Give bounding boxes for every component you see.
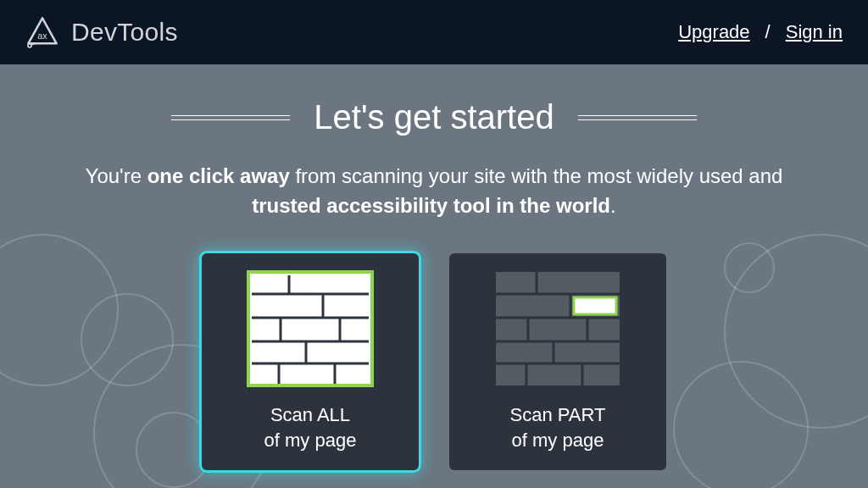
card-label-line: Scan ALL [270,404,350,425]
axe-logo-icon: ax [25,15,59,49]
page-subtitle: You're one click away from scanning your… [70,162,798,221]
card-label-line: Scan PART [510,404,606,425]
scan-all-label: Scan ALL of my page [264,402,357,452]
scan-all-card[interactable]: Scan ALL of my page [202,253,419,470]
svg-point-1 [28,44,31,47]
welcome-content: Let's get started You're one click away … [0,64,868,470]
subtitle-segment: . [610,194,616,217]
subtitle-bold: trusted accessibility tool in the world [252,194,610,217]
scan-all-icon [247,270,374,387]
svg-rect-15 [496,272,620,385]
title-rule-right [578,115,697,120]
brand-name: DevTools [71,18,178,47]
scan-part-card[interactable]: Scan PART of my page [449,253,666,470]
main-area: Let's get started You're one click away … [0,64,868,488]
subtitle-segment: from scanning your site with the most wi… [290,164,783,187]
title-row: Let's get started [0,98,868,136]
brand-logo: ax DevTools [25,15,178,49]
scan-part-label: Scan PART of my page [510,402,606,452]
title-rule-left [171,115,290,120]
upgrade-link[interactable]: Upgrade [678,21,749,43]
app-header: ax DevTools Upgrade / Sign in [0,0,868,64]
svg-rect-27 [574,297,616,314]
nav-divider: / [765,21,771,43]
scan-options: Scan ALL of my page [0,253,868,470]
signin-link[interactable]: Sign in [786,21,843,43]
page-title: Let's get started [314,98,554,136]
card-label-line: of my page [264,430,357,451]
svg-text:ax: ax [37,30,47,41]
subtitle-bold: one click away [147,164,290,187]
subtitle-segment: You're [86,164,147,187]
header-nav: Upgrade / Sign in [678,21,843,43]
card-label-line: of my page [512,430,604,451]
svg-rect-3 [248,272,372,385]
scan-part-icon [494,270,621,387]
